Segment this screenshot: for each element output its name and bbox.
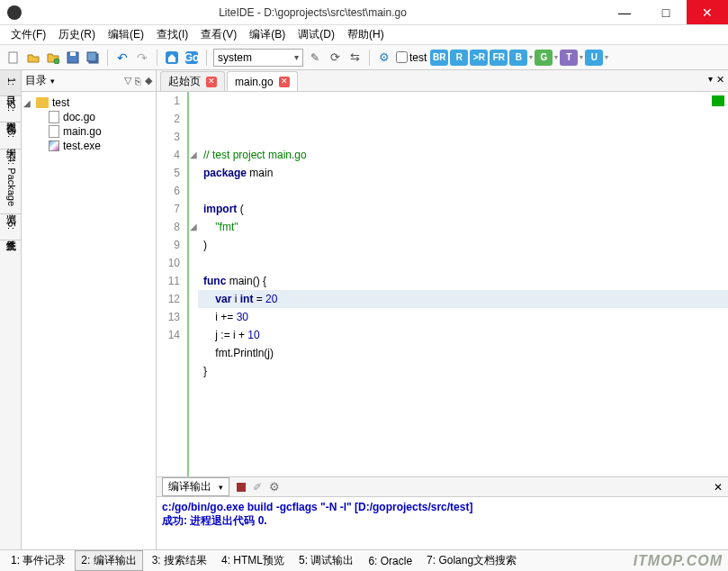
badge-u[interactable]: U (585, 50, 603, 66)
badge-b[interactable]: B (509, 50, 527, 66)
save-all-icon[interactable] (85, 50, 101, 66)
tab-main-label: main.go (235, 76, 274, 88)
badge-g[interactable]: G (535, 50, 553, 66)
app-icon (7, 5, 22, 20)
svg-rect-5 (87, 52, 96, 61)
bottom-tab-2[interactable]: 3: 搜索结果 (147, 551, 212, 570)
bottom-tab-3[interactable]: 4: HTML预览 (216, 551, 290, 570)
tree-file-label: test.exe (63, 140, 101, 152)
expand-icon[interactable]: ◢ (23, 98, 32, 108)
edit-env-icon[interactable]: ✎ (307, 50, 323, 66)
env-combo[interactable]: system (213, 49, 303, 67)
rail-tab-0[interactable]: 1: 目录 (0, 70, 21, 96)
clear-icon[interactable]: ✐ (253, 481, 262, 494)
tab-close-icon[interactable]: ✕ (206, 77, 217, 87)
badge-br[interactable]: BR (430, 50, 448, 66)
menu-edit[interactable]: 编辑(E) (103, 25, 149, 44)
tab-menu: ▾ ✕ (708, 74, 724, 86)
gear-icon[interactable]: ⚙ (376, 50, 392, 66)
bottom-tab-0[interactable]: 1: 事件记录 (5, 551, 71, 570)
bottom-tab-6[interactable]: 7: Golang文档搜索 (421, 551, 522, 570)
separator (157, 50, 157, 66)
content: 1: 目录2: 类视图3: 大纲4: Package浏览5: 文件系统 目录▾ … (0, 70, 728, 549)
left-rail: 1: 目录2: 类视图3: 大纲4: Package浏览5: 文件系统 (0, 70, 22, 549)
bottom-tab-4[interactable]: 5: 调试输出 (293, 551, 359, 570)
editor-tabs: 起始页 ✕ main.go ✕ ▾ ✕ (157, 70, 728, 92)
rail-tab-3[interactable]: 4: Package浏览 (0, 150, 21, 214)
stop-icon[interactable] (237, 483, 246, 492)
tree-file[interactable]: test.exe (23, 139, 154, 153)
menu-build[interactable]: 编译(B) (244, 25, 291, 44)
sync-icon[interactable]: ⇆ (346, 50, 363, 66)
rail-tab-2[interactable]: 3: 大纲 (0, 122, 21, 149)
menu-file[interactable]: 文件(F) (5, 25, 51, 44)
tab-start-label: 起始页 (168, 74, 201, 89)
output-panel: 编译输出▾ ✐ ⚙ ✕ c:/go/bin/go.exe build -gcfl… (157, 476, 728, 549)
tab-start[interactable]: 起始页 ✕ (160, 71, 225, 91)
code-text[interactable]: // test project main.gopackage mainimpor… (198, 92, 728, 476)
output-body[interactable]: c:/go/bin/go.exe build -gcflags "-N -l" … (157, 497, 728, 549)
output-title-combo[interactable]: 编译输出▾ (162, 477, 229, 496)
test-label: test (409, 51, 427, 64)
menu-history[interactable]: 历史(R) (53, 25, 101, 44)
menu-debug[interactable]: 调试(D) (292, 25, 340, 44)
test-checkbox[interactable]: test (396, 51, 427, 64)
badge-fr[interactable]: FR (490, 50, 508, 66)
refresh-icon[interactable]: ⟳ (327, 50, 343, 66)
go-icon[interactable]: Go (184, 50, 200, 66)
badge-t[interactable]: T (560, 50, 578, 66)
tab-list-icon[interactable]: ▾ (708, 74, 713, 86)
exe-icon (49, 140, 59, 151)
rail-tab-1[interactable]: 2: 类视图 (0, 96, 21, 122)
menu-find[interactable]: 查找(I) (151, 25, 193, 44)
build-badges: BRR>RFRB▾G▾T▾U▾ (430, 50, 608, 66)
window-title: LiteIDE - D:\goprojects\src\test\main.go (22, 6, 604, 19)
sidebar: 目录▾ ▽ ⎘ ◆ ◢ test doc.gomain.gotest.exe (22, 70, 157, 549)
badge-r[interactable]: R (450, 50, 468, 66)
modified-marker (712, 95, 724, 106)
save-icon[interactable] (65, 50, 81, 66)
tab-close-icon[interactable]: ✕ (279, 77, 290, 87)
badge-dropdown-icon[interactable]: ▾ (580, 53, 583, 61)
collapse-icon[interactable]: ⎘ (135, 76, 141, 86)
bottom-tab-1[interactable]: 2: 编译输出 (75, 550, 142, 571)
open-folder-icon[interactable] (45, 50, 61, 66)
close-button[interactable]: ✕ (687, 0, 728, 24)
maximize-button[interactable]: □ (645, 0, 687, 24)
badge-dropdown-icon[interactable]: ▾ (554, 53, 558, 61)
output-line: c:/go/bin/go.exe build -gcflags "-N -l" … (162, 501, 723, 513)
undo-icon[interactable]: ↶ (114, 50, 130, 66)
menu-view[interactable]: 查看(V) (195, 25, 242, 44)
tab-close-all-icon[interactable]: ✕ (716, 74, 724, 86)
filter-icon[interactable]: ▽ (124, 75, 131, 86)
close-panel-icon[interactable]: ◆ (145, 75, 152, 86)
tree-file[interactable]: doc.go (23, 110, 154, 124)
test-check-input[interactable] (396, 51, 408, 63)
badge-dropdown-icon[interactable]: ▾ (529, 53, 533, 61)
rail-tab-4[interactable]: 5: 文件系统 (0, 214, 21, 240)
tree-file[interactable]: main.go (23, 124, 154, 139)
tab-main[interactable]: main.go ✕ (227, 71, 298, 91)
output-close-icon[interactable]: ✕ (714, 481, 723, 494)
new-icon[interactable] (5, 50, 22, 66)
line-gutter: 1234567891011121314 (157, 92, 189, 476)
badge->r[interactable]: >R (470, 50, 488, 66)
sidebar-title-combo[interactable]: 目录▾ (25, 73, 121, 88)
badge-dropdown-icon[interactable]: ▾ (605, 53, 608, 61)
settings-icon[interactable]: ⚙ (269, 480, 280, 494)
sidebar-header: 目录▾ ▽ ⎘ ◆ (22, 70, 156, 92)
open-icon[interactable] (25, 50, 41, 66)
titlebar: LiteIDE - D:\goprojects\src\test\main.go… (0, 0, 728, 25)
toolbar: ↶ ↷ Go system ✎ ⟳ ⇆ ⚙ test BRR>RFRB▾G▾T▾… (0, 45, 728, 70)
sidebar-title: 目录 (25, 73, 47, 88)
tree-root[interactable]: ◢ test (23, 95, 154, 110)
home-icon[interactable] (164, 50, 180, 66)
code-editor[interactable]: 1234567891011121314 ◢◢ // test project m… (157, 92, 728, 476)
tree-file-label: main.go (63, 125, 102, 138)
bottom-tab-5[interactable]: 6: Oracle (363, 553, 418, 569)
redo-icon[interactable]: ↷ (134, 50, 150, 66)
minimize-button[interactable]: — (604, 0, 645, 24)
file-icon (49, 111, 59, 123)
menu-help[interactable]: 帮助(H) (342, 25, 390, 44)
file-tree: ◢ test doc.gomain.gotest.exe (22, 92, 156, 549)
